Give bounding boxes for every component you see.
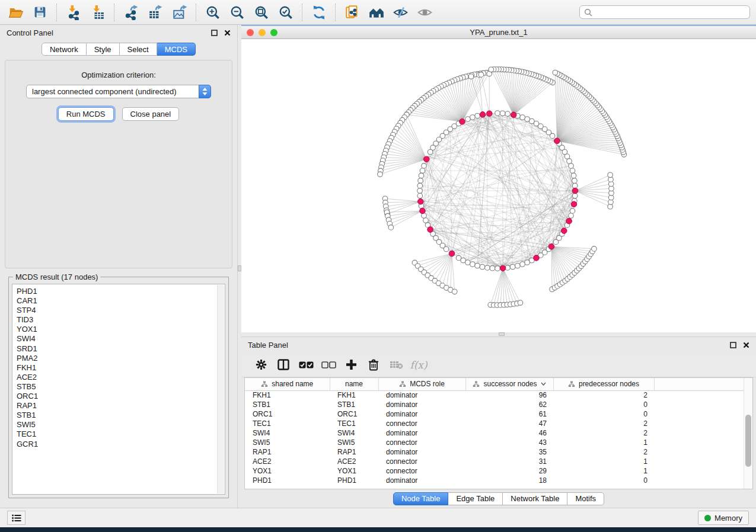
network-node[interactable] [572, 183, 578, 188]
network-node[interactable] [490, 265, 495, 271]
table-row[interactable]: YOX1YOX1connector291 [245, 466, 752, 476]
table-cell[interactable]: 2 [553, 419, 654, 428]
deselect-all-button[interactable] [317, 361, 340, 368]
mcds-node[interactable] [572, 188, 578, 194]
float-panel-icon[interactable] [211, 30, 218, 36]
table-cell[interactable]: connector [378, 419, 465, 428]
table-cell[interactable]: connector [378, 466, 465, 476]
table-cell[interactable]: dominator [378, 409, 465, 419]
table-row[interactable]: ORC1ORC1dominator610 [245, 409, 752, 419]
network-node[interactable] [569, 213, 574, 219]
network-from-selection-button[interactable] [340, 2, 364, 23]
table-cell[interactable]: 1 [553, 466, 654, 476]
table-row[interactable]: TEC1TEC1connector472 [245, 419, 752, 428]
table-cell[interactable]: 96 [465, 390, 553, 400]
menu-button[interactable] [7, 511, 25, 525]
memory-button[interactable]: Memory [698, 511, 749, 525]
mcds-result-item[interactable]: ORC1 [17, 392, 214, 401]
table-scrollbar-thumb[interactable] [745, 415, 751, 467]
network-node[interactable] [553, 70, 558, 75]
table-row[interactable]: ACE2ACE2connector311 [245, 457, 752, 466]
network-node[interactable] [452, 289, 457, 294]
table-cell[interactable]: RAP1 [245, 447, 330, 457]
network-node[interactable] [500, 111, 505, 116]
table-cell[interactable]: connector [378, 438, 465, 447]
zoom-fit-button[interactable] [249, 2, 273, 23]
table-cell[interactable]: 0 [553, 476, 654, 485]
network-node[interactable] [525, 117, 530, 122]
tab-network[interactable]: Network [42, 43, 87, 56]
mcds-node[interactable] [548, 243, 554, 249]
table-row[interactable]: FKH1FKH1dominator962 [245, 390, 752, 400]
table-cell[interactable]: ORC1 [245, 409, 330, 419]
table-cell[interactable]: SWI5 [330, 438, 378, 447]
show-columns-button[interactable] [272, 359, 295, 370]
table-cell[interactable]: 18 [465, 476, 553, 485]
mcds-result-item[interactable]: SWI5 [17, 420, 214, 430]
run-mcds-button[interactable]: Run MCDS [58, 107, 114, 121]
table-cell[interactable]: 29 [465, 466, 553, 476]
mcds-node[interactable] [460, 119, 465, 125]
close-panel-button[interactable]: Close panel [122, 107, 180, 121]
vertical-splitter[interactable] [237, 25, 241, 508]
table-cell[interactable]: 1 [553, 457, 654, 466]
mcds-result-item[interactable]: STB5 [17, 382, 214, 392]
table-cell[interactable]: 43 [465, 438, 553, 447]
mcds-result-item[interactable]: STP4 [17, 306, 214, 315]
table-cell[interactable]: 2 [553, 447, 654, 457]
mcds-result-item[interactable]: SWI4 [17, 334, 214, 344]
network-node[interactable] [570, 209, 575, 214]
tab-network-table[interactable]: Network Table [503, 492, 567, 505]
mcds-result-item[interactable]: TID3 [17, 315, 214, 325]
network-node[interactable] [465, 117, 471, 122]
network-node[interactable] [572, 178, 578, 184]
network-node[interactable] [428, 149, 433, 155]
column-header-predecessor-nodes[interactable]: predecessor nodes [553, 378, 654, 390]
column-header-successor-nodes[interactable]: successor nodes [465, 378, 553, 390]
table-cell[interactable]: dominator [378, 428, 465, 438]
mcds-node[interactable] [562, 228, 567, 234]
table-settings-button[interactable] [250, 358, 272, 371]
table-cell[interactable]: FKH1 [245, 390, 330, 400]
table-scrollbar[interactable] [744, 378, 752, 489]
tab-edge-table[interactable]: Edge Table [448, 492, 503, 505]
network-node[interactable] [569, 164, 574, 169]
table-cell[interactable]: STB1 [330, 400, 378, 409]
network-node[interactable] [417, 183, 423, 188]
table-cell[interactable]: dominator [378, 400, 465, 409]
network-node[interactable] [419, 173, 424, 178]
table-cell[interactable]: dominator [378, 447, 465, 457]
network-node[interactable] [417, 193, 423, 198]
mcds-result-item[interactable]: RAP1 [17, 401, 214, 411]
network-node[interactable] [465, 260, 471, 265]
search-input[interactable] [595, 8, 745, 17]
table-cell[interactable]: 46 [465, 428, 553, 438]
table-cell[interactable]: YOX1 [245, 466, 330, 476]
houses-button[interactable] [364, 2, 388, 23]
mcds-result-item[interactable]: TEC1 [17, 430, 214, 439]
table-row[interactable]: PHD1PHD1dominator180 [245, 476, 752, 485]
float-panel-icon[interactable] [730, 342, 736, 348]
network-node[interactable] [495, 111, 500, 116]
zoom-out-button[interactable] [225, 2, 249, 23]
network-node[interactable] [510, 264, 515, 270]
show-all-button[interactable] [413, 2, 437, 23]
table-cell[interactable]: SWI4 [330, 428, 378, 438]
network-node[interactable] [489, 67, 494, 72]
table-row[interactable]: RAP1RAP1dominator352 [245, 447, 752, 457]
mcds-result-item[interactable]: GCR1 [17, 440, 214, 449]
mcds-result-item[interactable]: STB1 [17, 411, 214, 420]
table-cell[interactable]: RAP1 [330, 447, 378, 457]
import-table-button[interactable] [85, 2, 110, 23]
table-cell[interactable]: PHD1 [245, 476, 330, 485]
table-cell[interactable]: ACE2 [330, 457, 378, 466]
table-row[interactable]: STB1STB1dominator620 [245, 400, 752, 409]
network-node[interactable] [479, 72, 484, 78]
minimize-window-icon[interactable] [259, 29, 266, 36]
delete-table-button[interactable] [385, 360, 407, 369]
network-node[interactable] [495, 266, 500, 271]
table-cell[interactable]: 1 [553, 438, 654, 447]
mcds-result-item[interactable]: YOX1 [17, 325, 214, 334]
mcds-result-item[interactable]: ACE2 [17, 373, 214, 382]
tab-style[interactable]: Style [87, 43, 120, 56]
